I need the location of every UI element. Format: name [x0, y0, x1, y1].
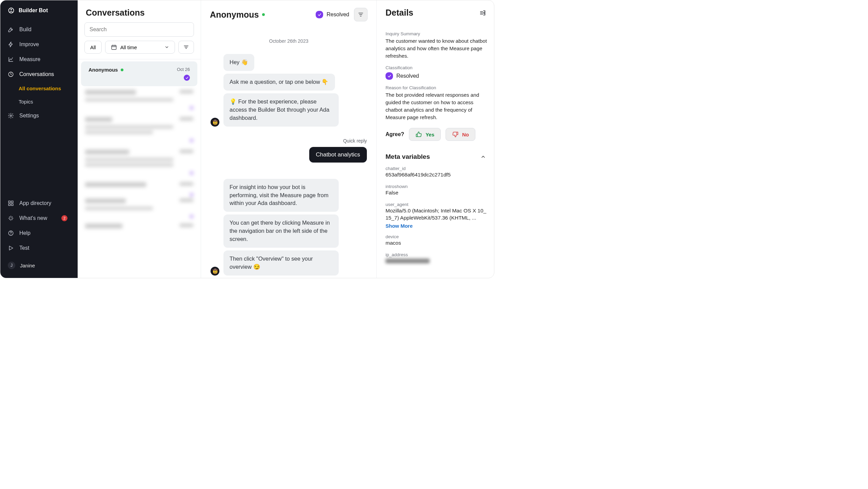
svg-point-9	[11, 234, 11, 235]
meta-key: ip_address	[386, 252, 487, 257]
bot-bubble: Then click "Overview" to see your overvi…	[223, 250, 339, 276]
nav-label: Measure	[19, 56, 40, 62]
bot-avatar-icon: 🤠	[211, 267, 219, 276]
meta-key: chatter_id	[386, 166, 487, 171]
blurred-conversations	[78, 90, 201, 278]
classification-text: Resolved	[396, 73, 419, 79]
bot-bubble: You can get there by clicking Measure in…	[223, 214, 339, 248]
bot-message-group: Ask me a question, or tap one below 👇	[211, 74, 367, 91]
list-settings-button[interactable]	[178, 41, 194, 54]
app-name: Builder Bot	[19, 7, 48, 14]
filter-time-button[interactable]: All time	[105, 41, 175, 54]
bot-message-group: You can get there by clicking Measure in…	[211, 214, 367, 248]
svg-rect-5	[12, 201, 13, 203]
details-title: Details	[386, 8, 413, 18]
meta-title: Meta variables	[386, 153, 430, 161]
nav-settings[interactable]: Settings	[0, 108, 78, 123]
bot-bubble: 💡 For the best experience, please access…	[223, 93, 339, 127]
svg-rect-10	[112, 45, 116, 50]
inquiry-summary-text: The customer wanted to know about chatbo…	[386, 37, 487, 60]
chart-icon	[8, 56, 14, 62]
chat-filter-button[interactable]	[354, 8, 368, 21]
resolved-check-icon	[386, 72, 393, 80]
wrench-icon	[8, 26, 14, 33]
reason-text: The bot provided relevant responses and …	[386, 91, 487, 121]
svg-rect-4	[8, 201, 10, 203]
bot-bubble: Hey 👋	[223, 54, 254, 71]
user-bubble: Chatbot analytics	[309, 147, 367, 163]
app-header: Builder Bot	[0, 0, 78, 21]
user-avatar: J	[8, 262, 15, 269]
gear-icon	[8, 113, 14, 119]
details-panel: Details Inquiry Summary The customer wan…	[377, 0, 494, 278]
resolved-chip: Resolved	[316, 11, 349, 18]
nav-label: Conversations	[19, 71, 54, 77]
resolved-check-icon	[316, 11, 323, 18]
user-row[interactable]: J Janine	[0, 256, 78, 275]
meta-value: Mozilla/5.0 (Macintosh; Intel Mac OS X 1…	[386, 207, 487, 222]
meta-value: macos	[386, 239, 487, 247]
nav-label: Build	[19, 26, 32, 33]
chat-title: Anonymous	[210, 10, 265, 20]
online-dot-icon	[121, 69, 123, 71]
classification-value: Resolved	[386, 72, 487, 80]
nav-whats-new[interactable]: What's new 2	[0, 211, 78, 226]
meta-value: False	[386, 189, 487, 196]
bot-message-group: For insight into how your bot is perform…	[211, 179, 367, 212]
filter-lines-icon	[183, 44, 189, 50]
date-separator: October 26th 2023	[211, 38, 367, 44]
conv-item-date: Oct 26	[177, 67, 190, 72]
nav-help[interactable]: Help	[0, 226, 78, 241]
meta-variables-header[interactable]: Meta variables	[386, 153, 487, 161]
resolved-label: Resolved	[327, 12, 349, 18]
meta-value: 653af968af6419dc2c271df5	[386, 171, 487, 178]
nav-measure[interactable]: Measure	[0, 52, 78, 67]
search-input[interactable]	[84, 22, 194, 37]
agree-no-button[interactable]: No	[446, 128, 475, 141]
nav-label: Improve	[19, 41, 39, 48]
nav-all-conversations[interactable]: All conversations	[19, 82, 78, 95]
nav-app-directory[interactable]: App directory	[0, 196, 78, 211]
nav-build[interactable]: Build	[0, 22, 78, 37]
filter-icon	[358, 12, 364, 18]
no-label: No	[462, 132, 469, 137]
svg-point-1	[11, 9, 12, 10]
show-more-button[interactable]: Show More	[386, 223, 487, 229]
grid-icon	[8, 200, 14, 206]
play-icon	[8, 245, 14, 251]
nav-improve[interactable]: Improve	[0, 37, 78, 52]
bot-message-group: Hey 👋	[211, 54, 367, 71]
inquiry-summary-label: Inquiry Summary	[386, 31, 487, 36]
time-label: All time	[120, 44, 137, 50]
calendar-icon	[111, 44, 117, 50]
conv-list-title: Conversations	[78, 0, 201, 22]
reason-label: Reason for Classification	[386, 85, 487, 90]
svg-rect-7	[12, 204, 13, 206]
classification-label: Classification	[386, 65, 487, 70]
bot-bubble: Ask me a question, or tap one below 👇	[223, 74, 335, 91]
meta-key: user_agent	[386, 202, 487, 207]
meta-value-redacted	[386, 259, 430, 263]
bot-bubble: For insight into how your bot is perform…	[223, 179, 339, 212]
nav-conversations-sub: All conversations Topics	[0, 82, 78, 108]
nav-label: What's new	[19, 215, 47, 221]
conv-item-name-text: Anonymous	[88, 67, 118, 73]
app-logo-icon	[8, 7, 15, 14]
chat-panel: Anonymous Resolved October 26th 2023	[201, 0, 377, 278]
nav-topics[interactable]: Topics	[19, 95, 78, 108]
chat-title-text: Anonymous	[210, 10, 259, 20]
chevron-down-icon	[164, 45, 169, 50]
agree-yes-button[interactable]: Yes	[409, 128, 441, 141]
bot-message-group: 🤠 💡 For the best experience, please acce…	[211, 93, 367, 127]
conversation-item-selected[interactable]: Anonymous Oct 26	[81, 61, 197, 86]
nav-test[interactable]: Test	[0, 241, 78, 256]
help-icon	[8, 230, 14, 236]
user-message-row: Chatbot analytics	[211, 147, 367, 163]
nav-label: Test	[19, 245, 29, 251]
yes-label: Yes	[426, 132, 434, 137]
expand-panel-icon[interactable]	[479, 9, 487, 17]
whats-new-badge: 2	[61, 215, 67, 221]
nav-conversations[interactable]: Conversations	[0, 67, 78, 82]
filter-all-button[interactable]: All	[84, 41, 102, 54]
thumbs-up-icon	[415, 131, 422, 138]
